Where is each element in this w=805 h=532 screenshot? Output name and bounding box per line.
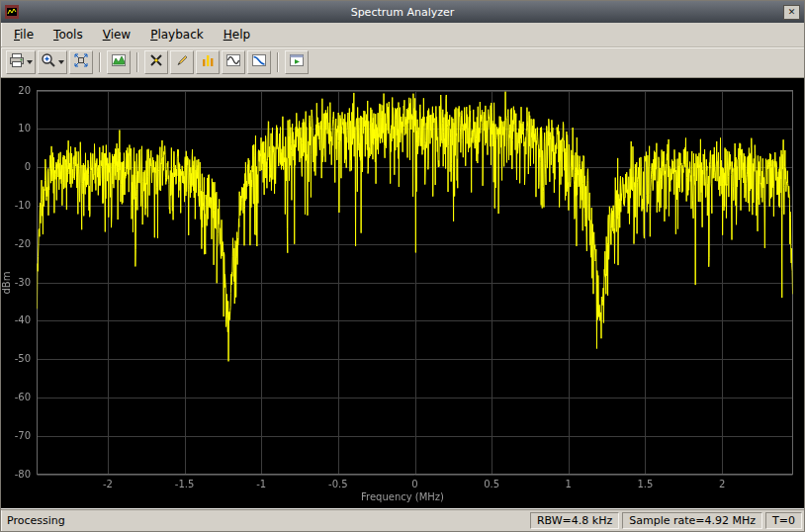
waveform-icon — [225, 52, 241, 72]
y-tick-label: 10 — [3, 123, 31, 134]
fit-to-view-button[interactable] — [69, 50, 93, 74]
dropdown-arrow-icon — [27, 60, 33, 64]
printer-icon — [9, 52, 25, 72]
menu-item-view[interactable]: View — [94, 25, 139, 44]
y-tick-label: 20 — [3, 85, 31, 97]
window-title: Spectrum Analyzer — [1, 6, 804, 19]
y-tick-label: -30 — [3, 277, 31, 289]
menu-item-tools[interactable]: Tools — [45, 25, 92, 44]
playback-options-button[interactable] — [285, 50, 309, 74]
menubar: File Tools View Playback Help — [1, 23, 804, 47]
x-tick-label: 2 — [702, 479, 742, 490]
x-tick-label: -1 — [241, 479, 281, 490]
y-tick-label: -40 — [3, 314, 31, 326]
spectrum-canvas[interactable] — [1, 78, 804, 508]
x-tick-label: -0.5 — [318, 479, 358, 490]
y-tick-label: -80 — [3, 469, 31, 481]
x-tick-label: 1.5 — [625, 479, 665, 490]
menu-item-playback[interactable]: Playback — [141, 25, 213, 44]
close-icon: ✕ — [788, 7, 796, 17]
close-button[interactable]: ✕ — [783, 5, 800, 20]
sample-rate-indicator: Sample rate=4.92 MHz — [622, 512, 762, 529]
menu-item-help[interactable]: Help — [215, 25, 259, 44]
x-tick-label: 1 — [549, 479, 588, 490]
ccdf-measurements-button[interactable] — [247, 50, 271, 74]
toolbar-separator — [99, 52, 101, 72]
y-tick-label: -50 — [3, 353, 31, 365]
ccdf-curve-icon — [251, 52, 267, 72]
zoom-in-icon — [41, 52, 56, 72]
time-indicator: T=0 — [765, 512, 802, 529]
statusbar: Processing RBW=4.8 kHz Sample rate=4.92 … — [1, 508, 804, 531]
peak-finder-icon — [200, 52, 216, 72]
x-tick-label: -1.5 — [165, 479, 205, 490]
fit-to-view-icon — [73, 52, 89, 72]
x-tick-label: 0 — [396, 479, 435, 490]
menu-item-file[interactable]: File — [5, 25, 43, 44]
toolbar-separator — [277, 52, 279, 72]
y-tick-label: -60 — [3, 392, 31, 403]
x-tick-label: -2 — [88, 479, 128, 490]
y-tick-label: -10 — [3, 200, 31, 212]
window-play-icon — [289, 52, 305, 72]
toolbar — [1, 47, 804, 78]
x-tick-label: 0.5 — [472, 479, 511, 490]
cursor-measurements-button[interactable] — [144, 50, 168, 74]
rbw-indicator: RBW=4.8 kHz — [530, 512, 619, 529]
x-axis-label: Frequency (MHz) — [361, 491, 444, 502]
zoom-button[interactable] — [38, 50, 67, 74]
cursor-measurements-icon — [148, 52, 164, 72]
distortion-measurements-button[interactable] — [222, 50, 245, 74]
y-tick-label: 0 — [3, 161, 31, 173]
y-tick-label: -70 — [3, 430, 31, 442]
print-export-button[interactable] — [6, 50, 36, 74]
toolbar-separator — [136, 52, 138, 72]
titlebar[interactable]: Spectrum Analyzer ✕ — [1, 1, 804, 23]
dropdown-arrow-icon — [58, 60, 64, 64]
status-text: Processing — [1, 514, 527, 527]
spectrum-settings-icon — [111, 52, 127, 72]
signal-statistics-button[interactable] — [170, 50, 194, 74]
plot-area[interactable]: dBm Frequency (MHz) -2-1.5-1-0.500.511.5… — [1, 78, 804, 508]
y-tick-label: -20 — [3, 238, 31, 250]
window-icon — [5, 5, 19, 19]
pencil-icon — [174, 52, 190, 72]
spectrum-settings-button[interactable] — [107, 50, 131, 74]
spectrum-analyzer-window: Spectrum Analyzer ✕ File Tools View Play… — [0, 0, 805, 532]
peak-finder-button[interactable] — [196, 50, 220, 74]
